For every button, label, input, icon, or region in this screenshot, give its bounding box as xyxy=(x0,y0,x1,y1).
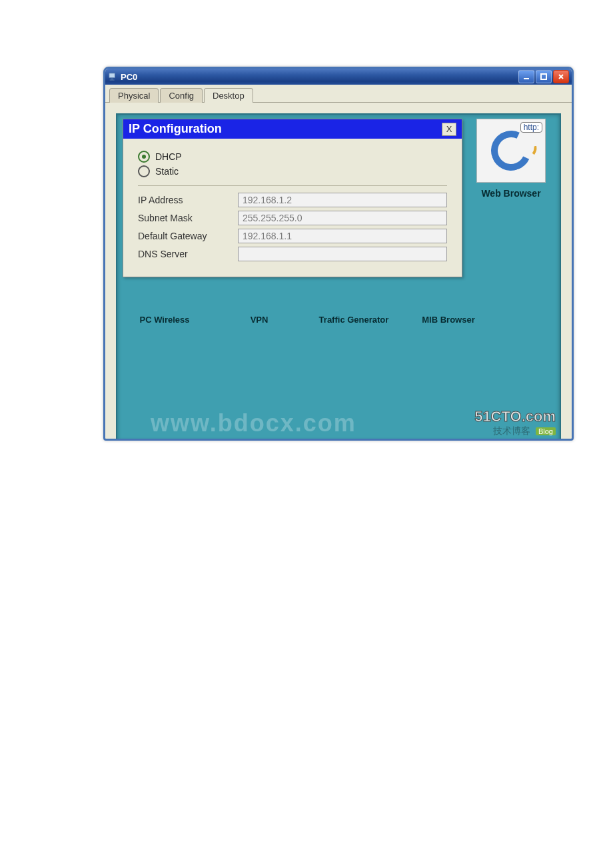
ip-address-label: IP Address xyxy=(138,195,238,205)
watermark-sub: 技术博客 Blog xyxy=(474,425,556,437)
ie-logo-icon xyxy=(491,131,531,171)
svg-rect-3 xyxy=(524,78,529,79)
blog-badge: Blog xyxy=(536,427,556,435)
desktop-app-row: PC Wireless VPN Traffic Generator MIB Br… xyxy=(128,315,560,325)
traffic-generator-label: Traffic Generator xyxy=(319,315,389,325)
tab-physical[interactable]: Physical xyxy=(109,88,159,103)
mib-browser-label: MIB Browser xyxy=(422,315,474,325)
close-icon: X xyxy=(446,124,452,134)
dns-server-row: DNS Server xyxy=(138,247,447,261)
radio-selected-icon xyxy=(138,151,150,163)
window-controls xyxy=(518,70,569,83)
mib-browser-app[interactable]: MIB Browser xyxy=(412,315,485,325)
ip-address-row: IP Address xyxy=(138,193,447,207)
watermark-center: www.bdocx.com xyxy=(151,409,356,437)
dns-server-input[interactable] xyxy=(238,247,447,261)
watermark-51cto: 51CTO.com xyxy=(474,408,556,425)
window-title: PC0 xyxy=(121,72,518,82)
pc-icon xyxy=(108,72,117,81)
radio-unselected-icon xyxy=(138,165,150,177)
ip-config-titlebar[interactable]: IP Configuration X xyxy=(123,119,462,139)
vpn-label: VPN xyxy=(251,315,269,325)
titlebar[interactable]: PC0 xyxy=(105,69,572,85)
close-button[interactable] xyxy=(553,70,569,83)
maximize-button[interactable] xyxy=(536,70,552,83)
default-gateway-label: Default Gateway xyxy=(138,231,238,241)
ip-config-dialog: IP Configuration X DHCP Static IP Addres… xyxy=(123,119,462,277)
tab-desktop[interactable]: Desktop xyxy=(204,88,253,103)
subnet-mask-label: Subnet Mask xyxy=(138,213,238,223)
tabbar: Physical Config Desktop xyxy=(105,85,572,103)
ip-config-body: DHCP Static IP Address Subnet Mask Defau… xyxy=(123,139,462,277)
tab-config[interactable]: Config xyxy=(160,88,203,103)
svg-rect-2 xyxy=(110,79,115,80)
pc0-window: PC0 Physical Config Desktop IP Configura… xyxy=(103,67,574,441)
svg-rect-0 xyxy=(109,73,115,78)
watermark-right: 51CTO.com 技术博客 Blog xyxy=(474,408,556,437)
subnet-mask-input[interactable] xyxy=(238,211,447,225)
web-browser-app[interactable]: http: Web Browser xyxy=(472,119,550,199)
minimize-button[interactable] xyxy=(518,70,534,83)
svg-rect-1 xyxy=(111,79,113,80)
web-browser-icon: http: xyxy=(476,119,546,183)
vpn-app[interactable]: VPN xyxy=(223,315,296,325)
web-browser-label: Web Browser xyxy=(472,188,550,199)
subnet-mask-row: Subnet Mask xyxy=(138,211,447,225)
separator xyxy=(138,185,447,186)
default-gateway-input[interactable] xyxy=(238,229,447,243)
dns-server-label: DNS Server xyxy=(138,249,238,259)
desktop-area: IP Configuration X DHCP Static IP Addres… xyxy=(116,113,561,441)
traffic-generator-app[interactable]: Traffic Generator xyxy=(317,315,390,325)
pc-wireless-app[interactable]: PC Wireless xyxy=(128,315,201,325)
dhcp-label: DHCP xyxy=(155,151,182,162)
dhcp-option[interactable]: DHCP xyxy=(138,151,447,163)
pc-wireless-label: PC Wireless xyxy=(139,315,189,325)
ip-config-close-button[interactable]: X xyxy=(442,123,456,136)
static-label: Static xyxy=(155,166,179,177)
default-gateway-row: Default Gateway xyxy=(138,229,447,243)
ip-address-input[interactable] xyxy=(238,193,447,207)
svg-rect-4 xyxy=(541,74,546,79)
ip-config-title: IP Configuration xyxy=(129,122,442,136)
static-option[interactable]: Static xyxy=(138,165,447,177)
